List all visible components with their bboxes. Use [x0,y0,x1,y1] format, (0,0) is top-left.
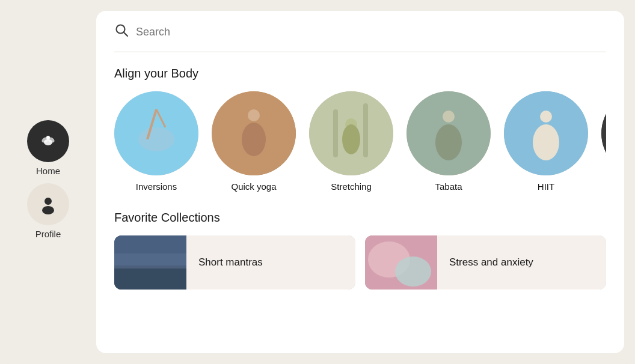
prenatal-image [601,91,606,175]
svg-point-19 [342,124,360,154]
svg-point-3 [46,136,50,139]
hiit-label: HIIT [538,181,554,192]
sidebar-item-home[interactable]: Home [27,120,69,176]
inversions-label: Inversions [136,181,177,192]
category-tabata[interactable]: Tabata [406,91,491,192]
quick-yoga-label: Quick yoga [231,181,276,192]
align-body-section: Align your Body Inversions Quick yoga [114,67,606,211]
svg-rect-16 [333,109,338,157]
stress-anxiety-image [365,235,437,290]
profile-icon-circle [27,183,69,225]
svg-point-34 [395,256,431,287]
collections-title: Favorite Collections [114,211,606,225]
svg-point-9 [138,127,174,151]
short-mantras-label: Short mantras [186,235,355,290]
main-content: Align your Body Inversions Quick yoga [96,11,624,353]
svg-point-21 [443,111,455,123]
home-icon [37,130,59,152]
category-hiit[interactable]: HIIT [504,91,588,192]
search-bar [114,23,606,52]
svg-point-25 [533,124,559,160]
hiit-image [504,91,588,175]
category-stretching[interactable]: Stretching [309,91,393,192]
tabata-image [406,91,491,175]
align-body-title: Align your Body [114,67,606,80]
svg-rect-31 [114,253,186,268]
category-inversions[interactable]: Inversions [114,91,198,192]
stretching-image [309,91,393,175]
svg-point-24 [540,111,552,123]
svg-point-26 [601,91,606,175]
short-mantras-image [114,235,186,290]
sidebar: Home Profile [0,0,96,364]
inversions-image [114,91,198,175]
home-icon-circle [27,120,69,162]
svg-rect-17 [363,103,368,157]
svg-rect-30 [114,265,186,290]
stretching-label: Stretching [331,181,372,192]
home-label: Home [36,166,60,176]
collection-short-mantras[interactable]: Short mantras [114,235,355,290]
category-quick-yoga[interactable]: Quick yoga [212,91,296,192]
svg-point-13 [248,109,260,121]
categories-row: Inversions Quick yoga Stretching [114,91,606,192]
search-input[interactable] [136,26,606,38]
profile-icon [37,193,59,215]
svg-point-22 [435,124,462,160]
collection-stress-anxiety[interactable]: Stress and anxiety [365,235,606,290]
collections-section: Favorite Collections Short mantras Stres… [114,211,606,290]
collections-row: Short mantras Stress and anxiety [114,235,606,290]
search-icon [114,23,129,41]
svg-point-5 [42,206,54,214]
tabata-label: Tabata [435,181,462,192]
svg-point-14 [242,123,266,156]
quick-yoga-image [212,91,296,175]
svg-line-7 [124,32,127,36]
app-container: Home Profile [0,0,635,364]
category-prenatal[interactable]: Pre-nat... [601,91,606,192]
profile-label: Profile [35,229,61,239]
stress-anxiety-label: Stress and anxiety [437,235,606,290]
sidebar-item-profile[interactable]: Profile [27,183,69,239]
svg-point-4 [44,198,52,205]
